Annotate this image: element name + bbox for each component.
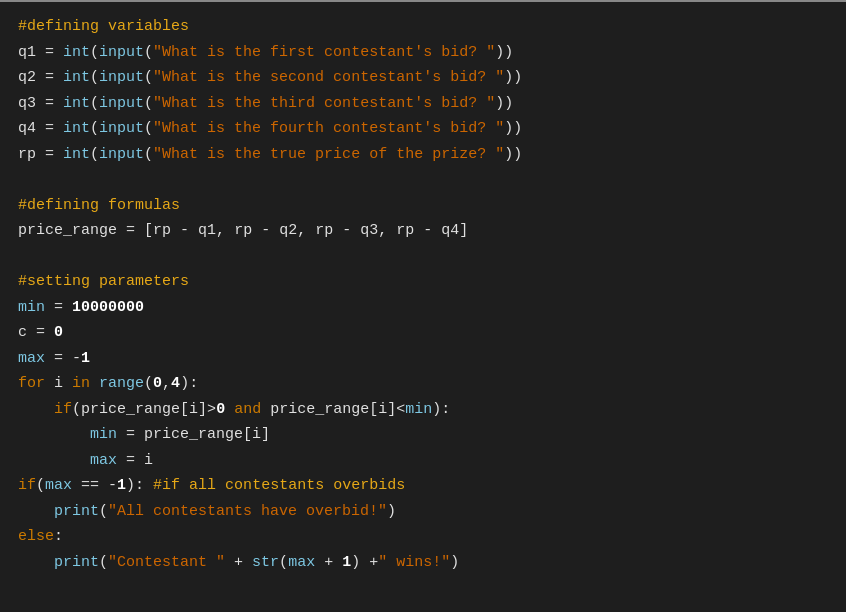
blank-2: [18, 244, 828, 270]
line-11: #setting parameters: [18, 269, 828, 295]
line-6: rp = int(input("What is the true price o…: [18, 142, 828, 168]
line-1: #defining variables: [18, 14, 828, 40]
line-2: q1 = int(input("What is the first contes…: [18, 40, 828, 66]
line-20: print("All contestants have overbid!"): [18, 499, 828, 525]
line-18: max = i: [18, 448, 828, 474]
line-9: price_range = [rp - q1, rp - q2, rp - q3…: [18, 218, 828, 244]
line-17: min = price_range[i]: [18, 422, 828, 448]
line-21: else:: [18, 524, 828, 550]
line-3: q2 = int(input("What is the second conte…: [18, 65, 828, 91]
line-16: if(price_range[i]>0 and price_range[i]<m…: [18, 397, 828, 423]
line-15: for i in range(0,4):: [18, 371, 828, 397]
line-22: print("Contestant " + str(max + 1) +" wi…: [18, 550, 828, 576]
line-5: q4 = int(input("What is the fourth conte…: [18, 116, 828, 142]
line-8: #defining formulas: [18, 193, 828, 219]
line-12: min = 10000000: [18, 295, 828, 321]
code-editor: #defining variables q1 = int(input("What…: [0, 0, 846, 612]
line-13: c = 0: [18, 320, 828, 346]
comment-1: #defining variables: [18, 18, 189, 35]
line-14: max = -1: [18, 346, 828, 372]
line-19: if(max == -1): #if all contestants overb…: [18, 473, 828, 499]
blank-1: [18, 167, 828, 193]
line-4: q3 = int(input("What is the third contes…: [18, 91, 828, 117]
